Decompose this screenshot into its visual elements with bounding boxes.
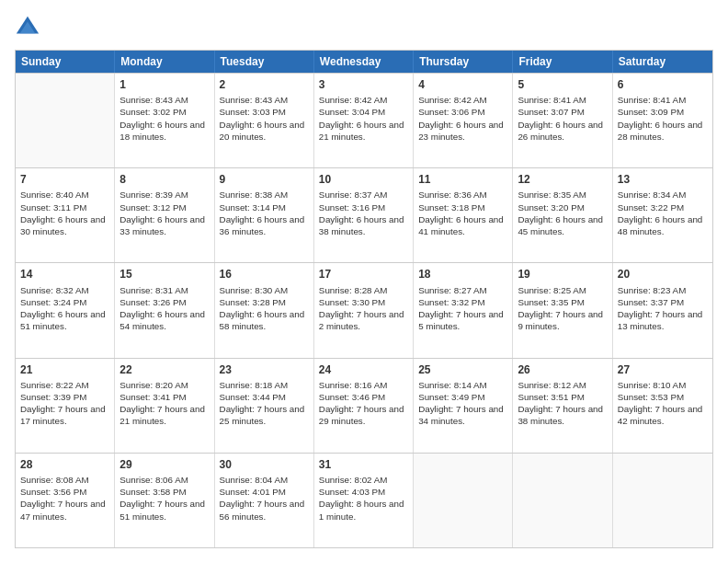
day-cell-4: 4Sunrise: 8:42 AM Sunset: 3:06 PM Daylig…	[414, 74, 513, 167]
day-number: 8	[119, 172, 209, 187]
calendar-body: 1Sunrise: 8:43 AM Sunset: 3:02 PM Daylig…	[16, 73, 712, 547]
day-number: 12	[518, 172, 607, 187]
day-number: 26	[518, 362, 607, 377]
day-number: 7	[20, 172, 109, 187]
page: SundayMondayTuesdayWednesdayThursdayFrid…	[0, 0, 728, 563]
day-number: 30	[220, 457, 309, 472]
day-header-monday: Monday	[115, 51, 214, 73]
day-number: 23	[220, 362, 309, 377]
day-info: Sunrise: 8:02 AM Sunset: 4:03 PM Dayligh…	[319, 474, 408, 523]
day-number: 9	[220, 172, 309, 187]
day-cell-10: 10Sunrise: 8:37 AM Sunset: 3:16 PM Dayli…	[314, 168, 414, 262]
day-info: Sunrise: 8:18 AM Sunset: 3:44 PM Dayligh…	[220, 379, 309, 428]
day-info: Sunrise: 8:08 AM Sunset: 3:56 PM Dayligh…	[20, 474, 109, 523]
day-cell-29: 29Sunrise: 8:06 AM Sunset: 3:58 PM Dayli…	[115, 454, 214, 547]
day-cell-25: 25Sunrise: 8:14 AM Sunset: 3:49 PM Dayli…	[414, 359, 513, 453]
day-cell-26: 26Sunrise: 8:12 AM Sunset: 3:51 PM Dayli…	[513, 359, 612, 453]
day-info: Sunrise: 8:27 AM Sunset: 3:32 PM Dayligh…	[418, 284, 507, 333]
day-number: 11	[418, 172, 507, 187]
day-number: 2	[220, 77, 309, 92]
week-row-5: 28Sunrise: 8:08 AM Sunset: 3:56 PM Dayli…	[16, 453, 712, 547]
week-row-2: 7Sunrise: 8:40 AM Sunset: 3:11 PM Daylig…	[16, 167, 712, 262]
day-number: 19	[518, 267, 607, 282]
day-number: 16	[220, 267, 309, 282]
day-cell-21: 21Sunrise: 8:22 AM Sunset: 3:39 PM Dayli…	[16, 359, 115, 453]
header	[15, 15, 713, 40]
day-cell-16: 16Sunrise: 8:30 AM Sunset: 3:28 PM Dayli…	[215, 263, 314, 357]
logo-icon	[15, 15, 40, 40]
day-info: Sunrise: 8:04 AM Sunset: 4:01 PM Dayligh…	[220, 474, 309, 523]
day-cell-17: 17Sunrise: 8:28 AM Sunset: 3:30 PM Dayli…	[314, 263, 414, 357]
day-cell-5: 5Sunrise: 8:41 AM Sunset: 3:07 PM Daylig…	[513, 74, 612, 167]
day-info: Sunrise: 8:41 AM Sunset: 3:09 PM Dayligh…	[618, 94, 708, 143]
day-info: Sunrise: 8:42 AM Sunset: 3:06 PM Dayligh…	[418, 94, 507, 143]
day-number: 5	[518, 77, 607, 92]
day-header-friday: Friday	[513, 51, 612, 73]
day-number: 24	[319, 362, 408, 377]
day-cell-31: 31Sunrise: 8:02 AM Sunset: 4:03 PM Dayli…	[314, 454, 414, 547]
day-info: Sunrise: 8:23 AM Sunset: 3:37 PM Dayligh…	[618, 284, 708, 333]
week-row-3: 14Sunrise: 8:32 AM Sunset: 3:24 PM Dayli…	[16, 262, 712, 357]
day-header-sunday: Sunday	[16, 51, 115, 73]
day-number: 17	[319, 267, 408, 282]
logo	[15, 15, 44, 40]
day-cell-27: 27Sunrise: 8:10 AM Sunset: 3:53 PM Dayli…	[613, 359, 712, 453]
day-info: Sunrise: 8:31 AM Sunset: 3:26 PM Dayligh…	[119, 284, 209, 333]
day-cell-9: 9Sunrise: 8:38 AM Sunset: 3:14 PM Daylig…	[215, 168, 314, 262]
day-number: 20	[618, 267, 708, 282]
day-cell-19: 19Sunrise: 8:25 AM Sunset: 3:35 PM Dayli…	[513, 263, 612, 357]
day-cell-12: 12Sunrise: 8:35 AM Sunset: 3:20 PM Dayli…	[513, 168, 612, 262]
day-info: Sunrise: 8:35 AM Sunset: 3:20 PM Dayligh…	[518, 189, 607, 237]
day-cell-7: 7Sunrise: 8:40 AM Sunset: 3:11 PM Daylig…	[16, 168, 115, 262]
day-info: Sunrise: 8:14 AM Sunset: 3:49 PM Dayligh…	[418, 379, 507, 428]
day-cell-1: 1Sunrise: 8:43 AM Sunset: 3:02 PM Daylig…	[115, 74, 214, 167]
day-number: 6	[618, 77, 708, 92]
day-number: 22	[119, 362, 209, 377]
day-info: Sunrise: 8:32 AM Sunset: 3:24 PM Dayligh…	[20, 284, 109, 333]
day-number: 4	[418, 77, 507, 92]
day-info: Sunrise: 8:41 AM Sunset: 3:07 PM Dayligh…	[518, 94, 607, 143]
day-number: 13	[618, 172, 708, 187]
day-info: Sunrise: 8:36 AM Sunset: 3:18 PM Dayligh…	[418, 189, 507, 237]
empty-cell	[414, 454, 513, 547]
day-cell-8: 8Sunrise: 8:39 AM Sunset: 3:12 PM Daylig…	[115, 168, 214, 262]
day-info: Sunrise: 8:38 AM Sunset: 3:14 PM Dayligh…	[220, 189, 309, 237]
day-info: Sunrise: 8:43 AM Sunset: 3:02 PM Dayligh…	[119, 94, 209, 143]
day-cell-20: 20Sunrise: 8:23 AM Sunset: 3:37 PM Dayli…	[613, 263, 712, 357]
day-info: Sunrise: 8:20 AM Sunset: 3:41 PM Dayligh…	[119, 379, 209, 428]
day-cell-15: 15Sunrise: 8:31 AM Sunset: 3:26 PM Dayli…	[115, 263, 214, 357]
day-info: Sunrise: 8:16 AM Sunset: 3:46 PM Dayligh…	[319, 379, 408, 428]
empty-cell	[16, 74, 115, 167]
day-number: 14	[20, 267, 109, 282]
day-info: Sunrise: 8:39 AM Sunset: 3:12 PM Dayligh…	[119, 189, 209, 237]
day-header-tuesday: Tuesday	[215, 51, 314, 73]
day-number: 27	[618, 362, 708, 377]
day-cell-3: 3Sunrise: 8:42 AM Sunset: 3:04 PM Daylig…	[314, 74, 414, 167]
day-info: Sunrise: 8:30 AM Sunset: 3:28 PM Dayligh…	[220, 284, 309, 333]
day-number: 29	[119, 457, 209, 472]
calendar-header: SundayMondayTuesdayWednesdayThursdayFrid…	[16, 51, 712, 73]
day-info: Sunrise: 8:06 AM Sunset: 3:58 PM Dayligh…	[119, 474, 209, 523]
empty-cell	[513, 454, 612, 547]
day-cell-23: 23Sunrise: 8:18 AM Sunset: 3:44 PM Dayli…	[215, 359, 314, 453]
day-header-saturday: Saturday	[613, 51, 712, 73]
day-cell-28: 28Sunrise: 8:08 AM Sunset: 3:56 PM Dayli…	[16, 454, 115, 547]
day-number: 25	[418, 362, 507, 377]
day-cell-6: 6Sunrise: 8:41 AM Sunset: 3:09 PM Daylig…	[613, 74, 712, 167]
day-info: Sunrise: 8:25 AM Sunset: 3:35 PM Dayligh…	[518, 284, 607, 333]
day-info: Sunrise: 8:40 AM Sunset: 3:11 PM Dayligh…	[20, 189, 109, 237]
day-number: 1	[119, 77, 209, 92]
day-number: 21	[20, 362, 109, 377]
day-info: Sunrise: 8:28 AM Sunset: 3:30 PM Dayligh…	[319, 284, 408, 333]
day-info: Sunrise: 8:10 AM Sunset: 3:53 PM Dayligh…	[618, 379, 708, 428]
day-info: Sunrise: 8:42 AM Sunset: 3:04 PM Dayligh…	[319, 94, 408, 143]
day-cell-24: 24Sunrise: 8:16 AM Sunset: 3:46 PM Dayli…	[314, 359, 414, 453]
day-cell-11: 11Sunrise: 8:36 AM Sunset: 3:18 PM Dayli…	[414, 168, 513, 262]
week-row-4: 21Sunrise: 8:22 AM Sunset: 3:39 PM Dayli…	[16, 358, 712, 453]
day-number: 28	[20, 457, 109, 472]
day-number: 15	[119, 267, 209, 282]
day-cell-13: 13Sunrise: 8:34 AM Sunset: 3:22 PM Dayli…	[613, 168, 712, 262]
day-number: 10	[319, 172, 408, 187]
day-cell-30: 30Sunrise: 8:04 AM Sunset: 4:01 PM Dayli…	[215, 454, 314, 547]
day-header-wednesday: Wednesday	[314, 51, 414, 73]
